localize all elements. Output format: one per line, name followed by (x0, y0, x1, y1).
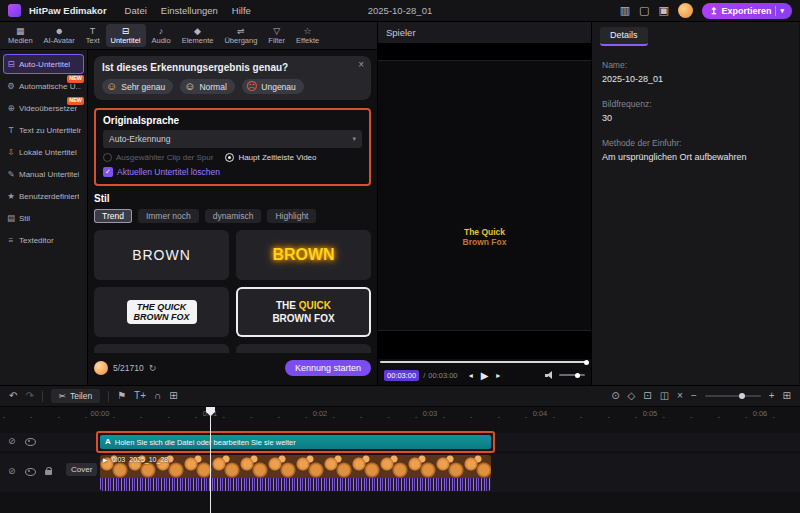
tab-label: Untertitel (111, 37, 141, 45)
refresh-icon[interactable]: ↻ (149, 363, 157, 373)
next-frame-icon[interactable]: ▸ (496, 371, 500, 380)
redo-icon[interactable]: ↷ (25, 391, 33, 401)
current-time[interactable]: 00:03:00 (384, 370, 419, 381)
gift-icon[interactable]: ▣ (659, 5, 669, 16)
fit-timeline-icon[interactable]: ⊞ (783, 391, 791, 401)
style-card-plain[interactable]: BROWN (94, 230, 229, 280)
ruler-label: 0:02 (311, 409, 330, 418)
style-card-yellow-highlight[interactable]: THE QUICK BROWN FOX (94, 344, 229, 353)
tab-text[interactable]: TText (81, 24, 105, 47)
tab-untertitel[interactable]: ⊟Untertitel (106, 24, 146, 47)
tab-label: Übergang (224, 37, 257, 45)
zoom-slider-handle[interactable] (739, 393, 745, 399)
time-ruler[interactable]: 00:00 0:01 0:02 0:03 0:04 0:05 0:06 (0, 407, 800, 420)
pill-label: Normal (199, 82, 226, 92)
zoom-out-icon[interactable]: − (691, 391, 697, 401)
sidebar-item-benutzerdefiniert[interactable]: ★Benutzerdefiniert (3, 186, 84, 206)
style-tab-dynamisch[interactable]: dynamisch (205, 209, 262, 223)
sidebar-item-manual-untertitel[interactable]: ✎Manual Untertitel (3, 164, 84, 184)
transport-controls: ◂ ▶ ▸ (469, 370, 501, 381)
delete-current-subtitles-checkbox[interactable]: ✓ Aktuellen Untertitel löschen (103, 167, 362, 177)
play-icon[interactable]: ▶ (481, 370, 489, 381)
sidebar-item-lokale-untertitel[interactable]: ⇩Lokale Untertitel (3, 142, 84, 162)
zoom-slider[interactable] (705, 395, 761, 397)
tab-effekte[interactable]: ☆Effekte (291, 24, 324, 47)
marker-icon[interactable]: ⚑ (117, 391, 126, 401)
video-track-mute-icon[interactable]: ⊘ (8, 466, 16, 476)
video-track-lock-icon[interactable] (45, 467, 53, 476)
menu-einstellungen[interactable]: Einstellungen (161, 5, 218, 16)
menu-hilfe[interactable]: Hilfe (232, 5, 251, 16)
duration: 00:03:00 (428, 371, 457, 380)
style-preview-text: BROWN (272, 246, 334, 264)
split-button[interactable]: ✂ Teilen (51, 389, 100, 403)
detail-field-name: Name: 2025-10-28_01 (602, 60, 789, 84)
undo-icon[interactable]: ↶ (9, 391, 17, 401)
export-chevron-icon[interactable]: ▾ (780, 7, 784, 15)
subtitle-track-visibility-icon[interactable] (25, 437, 36, 446)
volume-icon[interactable] (545, 371, 554, 380)
language-dropdown[interactable]: Auto-Erkennung ▾ (103, 130, 362, 148)
sidebar-item-label: Text zu Untertiteln (19, 126, 81, 135)
prev-frame-icon[interactable]: ◂ (469, 371, 473, 380)
voiceover-mic-icon[interactable]: ⊙ (611, 391, 619, 401)
tab-details[interactable]: Details (600, 27, 648, 46)
sidebar-item-videouebersetzer[interactable]: ⊕VideoübersetzerNEW (3, 98, 84, 118)
volume-handle[interactable] (575, 373, 580, 378)
magnet-icon[interactable]: ∩ (154, 391, 161, 401)
close-icon[interactable]: × (358, 59, 364, 70)
sidebar-item-text-zu-untertiteln[interactable]: TText zu Untertiteln (3, 120, 84, 140)
style-card-glow[interactable]: BROWN (236, 230, 371, 280)
zoom-in-icon[interactable]: + (769, 391, 775, 401)
volume-slider[interactable] (559, 374, 585, 376)
tab-ai-avatar[interactable]: ☻AI-Avatar (39, 24, 80, 47)
playhead[interactable] (210, 407, 211, 513)
export-button[interactable]: ↥ Exportieren ▾ (702, 3, 792, 19)
radio-selected-clip[interactable]: Ausgewählter Clip der Spur (103, 153, 213, 162)
menu-datei[interactable]: Datei (125, 5, 147, 16)
crop-icon[interactable]: ⊡ (643, 391, 651, 401)
style-tab-immer-noch[interactable]: Immer noch (138, 209, 199, 223)
style-tab-highlight[interactable]: Highlight (267, 209, 316, 223)
sidebar-item-auto-untertitel[interactable]: ⊟Auto-Untertitel (3, 54, 84, 74)
subtitle-track-disable-icon[interactable]: ⊘ (8, 436, 16, 446)
feedback-option-sehr-genau[interactable]: ☺Sehr genau (102, 79, 173, 94)
style-tab-trend[interactable]: Trend (94, 209, 132, 223)
field-value: 2025-10-28_01 (602, 74, 789, 84)
tab-filter[interactable]: ▽Filter (263, 24, 290, 47)
video-clip[interactable]: ▶ 0:03 2025_10_28 (100, 455, 491, 491)
ripple-icon[interactable]: ⊞ (169, 391, 177, 401)
video-preview[interactable]: The Quick Brown Fox (378, 44, 591, 359)
style-card-purple-highlight[interactable]: THE QUICK BROWN FOX (236, 344, 371, 353)
tab-medien[interactable]: ▦Medien (3, 24, 38, 47)
account-avatar[interactable] (94, 361, 108, 375)
start-recognition-button[interactable]: Kennung starten (285, 360, 371, 376)
angry-face-icon: ☹ (246, 81, 257, 92)
captions-icon: ⊟ (6, 59, 16, 69)
field-label: Bildfrequenz: (602, 99, 789, 109)
sidebar-item-texteditor[interactable]: ≡Texteditor (3, 230, 84, 250)
style-card-white-box[interactable]: THE QUICK BROWN FOX (94, 287, 229, 337)
radio-main-timeline[interactable]: Haupt Zeitleiste Video (225, 153, 316, 162)
layout-panels-icon[interactable]: ▥ (620, 5, 630, 16)
user-avatar[interactable] (678, 3, 693, 18)
tab-audio[interactable]: ♪Audio (147, 24, 176, 47)
sidebar-item-stil[interactable]: ▤Stil (3, 208, 84, 228)
feedback-option-normal[interactable]: ☺Normal (180, 79, 235, 94)
mirror-icon[interactable]: ◫ (660, 391, 669, 401)
tab-elemente[interactable]: ◆Elemente (177, 24, 219, 47)
feedback-bubble-icon[interactable]: ▢ (639, 5, 649, 16)
cover-button[interactable]: Cover (66, 463, 97, 476)
left-body: ⊟Auto-Untertitel ⚙Automatische U...NEW ⊕… (0, 50, 377, 385)
style-card-two-tone-selected[interactable]: THE QUICK BROWN FOX (236, 287, 371, 337)
delete-icon[interactable]: × (677, 391, 683, 401)
auto-subtitle-panel: Ist dieses Erkennungsergebnis genau? × ☺… (88, 50, 377, 385)
video-track-visibility-icon[interactable] (25, 467, 36, 476)
keyframe-icon[interactable]: ◇ (628, 391, 636, 401)
sidebar-item-automatische-untertitel[interactable]: ⚙Automatische U...NEW (3, 76, 84, 96)
subtitle-clip[interactable]: A Holen Sie sich die Datei oder bearbeit… (100, 435, 491, 449)
tab-uebergang[interactable]: ⇌Übergang (219, 24, 262, 47)
seek-handle[interactable] (584, 360, 589, 365)
feedback-option-ungenau[interactable]: ☹Ungenau (242, 79, 304, 94)
add-text-icon[interactable]: T+ (134, 391, 146, 401)
